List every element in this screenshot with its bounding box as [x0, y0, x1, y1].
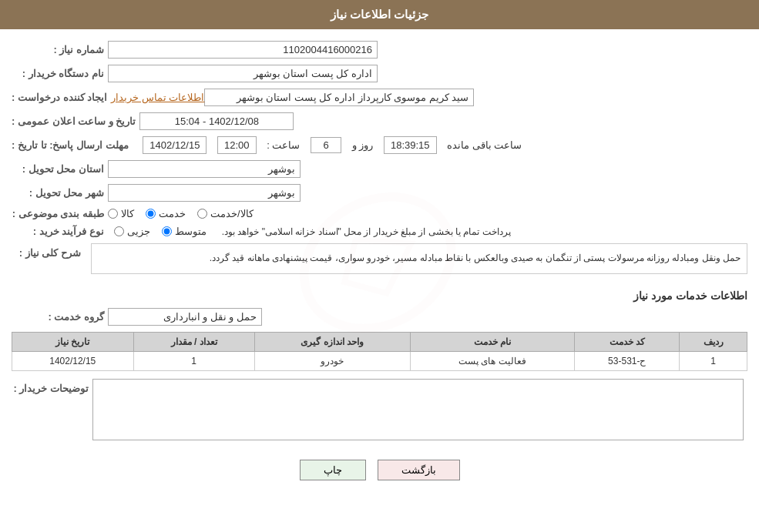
response-deadline-label: مهلت ارسال پاسخ: تا تاریخ :	[12, 139, 129, 151]
kala-khedmat-label: کالا/خدمت	[210, 208, 254, 219]
need-number-label: شماره نیاز :	[12, 44, 104, 55]
col-service-code: کد خدمت	[575, 332, 680, 351]
process-type-row: پرداخت تمام یا بخشی از مبلغ خریدار از مح…	[12, 226, 747, 237]
process-radio-group: متوسط جزیی	[114, 226, 207, 237]
announce-date-label: تاریخ و ساعت اعلان عمومی :	[12, 115, 136, 127]
buyer-org-value: اداره کل پست استان بوشهر	[108, 65, 378, 82]
buyer-notes-textarea[interactable]	[92, 379, 744, 440]
category-row: کالا/خدمت خدمت کالا طبقه بندی موضوعی :	[12, 208, 747, 219]
page-title: جزئیات اطلاعات نیاز	[331, 8, 428, 21]
process-motavaset[interactable]: متوسط	[162, 226, 207, 237]
khedmat-radio[interactable]	[146, 209, 156, 219]
announce-date-value: 1402/12/08 - 15:04	[139, 112, 294, 130]
col-row-num: ردیف	[680, 332, 747, 351]
service-group-value: حمل و نقل و انبارداری	[108, 308, 262, 326]
kala-khedmat-radio[interactable]	[197, 209, 207, 219]
days-label: روز و	[352, 139, 374, 151]
delivery-province-row: بوشهر استان محل تحویل :	[12, 160, 747, 178]
kala-label: کالا	[121, 208, 134, 219]
remaining-time-label: ساعت باقی مانده	[447, 139, 522, 151]
delivery-province-label: استان محل تحویل :	[12, 163, 104, 175]
process-jozee[interactable]: جزیی	[114, 226, 150, 237]
category-kala-khedmat[interactable]: کالا/خدمت	[197, 208, 254, 219]
response-date-value: 1402/12/15	[143, 136, 207, 154]
category-khedmat[interactable]: خدمت	[146, 208, 186, 219]
delivery-city-label: شهر محل تحویل :	[12, 187, 104, 199]
motavaset-label: متوسط	[175, 226, 207, 237]
kala-radio[interactable]	[108, 209, 118, 219]
announce-date-row: 1402/12/08 - 15:04 تاریخ و ساعت اعلان عم…	[12, 112, 747, 130]
remaining-time-value: 18:39:15	[384, 136, 437, 154]
category-kala[interactable]: کالا	[108, 208, 134, 219]
col-quantity: تعداد / مقدار	[133, 332, 254, 351]
delivery-city-row: بوشهر شهر محل تحویل :	[12, 184, 747, 202]
description-label: شرح کلی نیاز :	[12, 243, 81, 259]
days-value: 6	[311, 137, 341, 153]
delivery-city-value: بوشهر	[108, 184, 301, 202]
category-radio-group: کالا/خدمت خدمت کالا	[108, 208, 254, 219]
buyer-notes-row: توضیحات خریدار :	[12, 379, 747, 440]
buyer-notes-label: توضیحات خریدار :	[12, 379, 89, 394]
delivery-province-value: بوشهر	[108, 160, 301, 178]
services-section: اطلاعات خدمات مورد نیاز حمل و نقل و انبا…	[12, 289, 747, 371]
col-unit: واحد اندازه گیری	[254, 332, 410, 351]
cell-quantity: 1	[133, 351, 254, 370]
print-button[interactable]: چاپ	[300, 460, 366, 480]
requester-value: سید کریم موسوی کارپرداز اداره کل پست است…	[204, 89, 474, 106]
cell-need-date: 1402/12/15	[12, 351, 134, 370]
cell-row-num: 1	[680, 351, 747, 370]
time-value: 12:00	[217, 136, 257, 154]
requester-label: ایجاد کننده درخواست :	[12, 92, 107, 103]
services-section-title: اطلاعات خدمات مورد نیاز	[12, 289, 747, 302]
need-number-value: 1102004416000216	[108, 41, 378, 59]
cell-service-code: ح-531-53	[575, 351, 680, 370]
buyer-org-row: اداره کل پست استان بوشهر نام دستگاه خرید…	[12, 65, 747, 82]
jozee-label: جزیی	[127, 226, 150, 237]
process-label: نوع فرآیند خرید :	[12, 226, 104, 237]
process-note: پرداخت تمام یا بخشی از مبلغ خریدار از مح…	[222, 226, 511, 237]
khedmat-label: خدمت	[159, 208, 186, 219]
buyer-org-label: نام دستگاه خریدار :	[12, 68, 104, 79]
response-deadline-row: ساعت باقی مانده 18:39:15 روز و 6 ساعت : …	[12, 136, 747, 154]
category-label: طبقه بندی موضوعی :	[12, 208, 104, 219]
col-need-date: تاریخ نیاز	[12, 332, 134, 351]
table-row: 1 ح-531-53 فعالیت های پست خودرو 1 1402/1…	[12, 351, 747, 370]
cell-service-name: فعالیت های پست	[410, 351, 575, 370]
jozee-radio[interactable]	[114, 226, 124, 236]
requester-row: سید کریم موسوی کارپرداز اداره کل پست است…	[12, 89, 747, 106]
col-service-name: نام خدمت	[410, 332, 575, 351]
service-group-row: حمل و نقل و انبارداری گروه خدمت :	[12, 308, 747, 326]
time-label: ساعت :	[267, 139, 300, 151]
description-text: حمل ونقل ومبادله روزانه مرسولات پستی از …	[91, 243, 747, 274]
buttons-row: بازگشت چاپ	[12, 452, 747, 488]
page-header: جزئیات اطلاعات نیاز	[0, 0, 759, 29]
motavaset-radio[interactable]	[162, 226, 172, 236]
service-group-label: گروه خدمت :	[12, 311, 104, 323]
back-button[interactable]: بازگشت	[378, 460, 460, 480]
cell-unit: خودرو	[254, 351, 410, 370]
need-number-row: 1102004416000216 شماره نیاز :	[12, 41, 747, 59]
services-table: ردیف کد خدمت نام خدمت واحد اندازه گیری ت…	[12, 332, 747, 371]
contact-link[interactable]: اطلاعات تماس خریدار	[111, 92, 204, 103]
